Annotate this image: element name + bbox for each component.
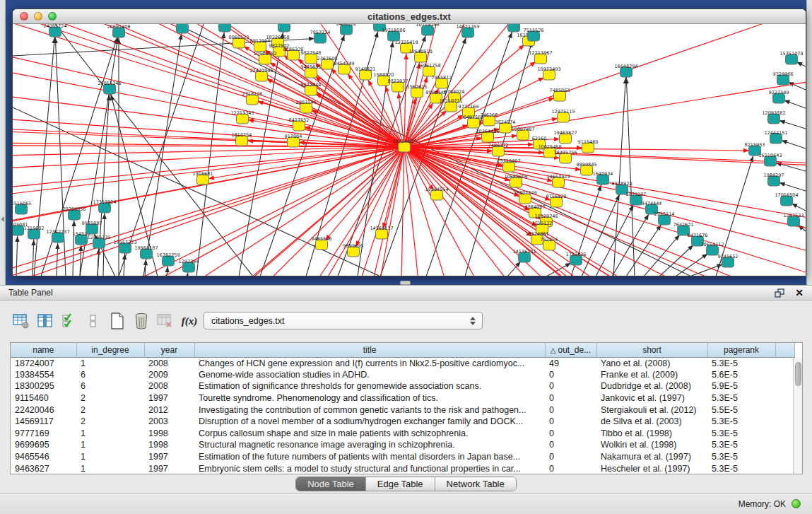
graph-node[interactable]: 17957223: [113, 240, 136, 254]
graph-node-selected[interactable]: 12213343: [230, 110, 254, 124]
cell-pr[interactable]: 5.3E-5: [707, 439, 775, 451]
graph-node-selected[interactable]: 8860123: [229, 35, 249, 49]
graph-node[interactable]: 1315682: [24, 226, 45, 240]
cell-short[interactable]: Stergiakouli et al. (2012): [596, 404, 707, 416]
cell-year[interactable]: 2008: [144, 357, 194, 369]
cell-name[interactable]: 9777169: [11, 428, 76, 440]
graph-node[interactable]: 10719155: [416, 24, 439, 35]
select-all-rows-button[interactable]: [59, 311, 79, 331]
delete-column-trash-button[interactable]: [131, 311, 151, 331]
graph-node-selected[interactable]: 1916681: [193, 171, 213, 185]
graph-node[interactable]: 1292344: [179, 259, 199, 273]
cell-name[interactable]: 18724007: [11, 357, 76, 369]
cell-short[interactable]: de Silva et al. (2003): [596, 416, 707, 428]
graph-node[interactable]: 2087662: [504, 24, 524, 32]
cell-short[interactable]: Jankovic et al. (1997): [596, 392, 707, 404]
column-header-in_degree[interactable]: in_degree: [76, 343, 144, 357]
column-header-title[interactable]: title: [194, 343, 545, 357]
cell-name[interactable]: 9699695: [11, 439, 76, 451]
cell-short[interactable]: Tibbo et al. (1998): [596, 428, 707, 440]
cell-indeg[interactable]: 1: [76, 439, 144, 451]
graph-node-selected[interactable]: 10543382: [253, 51, 276, 65]
cell-pr[interactable]: 5.6E-5: [707, 369, 775, 381]
cell-out[interactable]: 0: [545, 416, 596, 428]
cell-indeg[interactable]: 1: [76, 451, 144, 463]
cell-pr[interactable]: 5.3E-5: [707, 462, 775, 474]
cell-out[interactable]: 0: [545, 392, 596, 404]
graph-node-selected[interactable]: 1562615: [407, 84, 428, 98]
graph-node[interactable]: 17016504: [775, 192, 798, 206]
graph-node[interactable]: 7857224: [310, 30, 331, 44]
graph-node-selected[interactable]: 19384554: [425, 187, 448, 201]
graph-node[interactable]: 14136141: [512, 249, 536, 263]
cell-year[interactable]: 2008: [144, 380, 194, 392]
table-scrollbar[interactable]: [793, 358, 802, 474]
cell-name[interactable]: 9465546: [11, 451, 76, 463]
cell-pr[interactable]: 5.9E-5: [707, 380, 775, 392]
graph-node[interactable]: 16782759: [156, 252, 180, 267]
cell-short[interactable]: Hescheler et al. (1997): [596, 462, 707, 474]
graph-node-selected[interactable]: 8454749: [334, 61, 355, 75]
delete-table-button[interactable]: [155, 311, 175, 331]
table-settings-button[interactable]: [11, 311, 31, 331]
cell-year[interactable]: 1998: [144, 428, 194, 440]
cell-name[interactable]: 9463627: [11, 462, 76, 474]
graph-node[interactable]: 16033809: [272, 24, 295, 32]
float-panel-icon[interactable]: [775, 288, 785, 298]
graph-node[interactable]: 20206556: [62, 206, 86, 221]
graph-node[interactable]: 19958187: [134, 245, 158, 259]
graph-node-selected[interactable]: 752254: [541, 237, 558, 251]
cell-year[interactable]: 1998: [144, 439, 194, 451]
graph-node-selected[interactable]: 18807249: [513, 190, 536, 204]
cell-title[interactable]: Changes of HCN gene expression and I(f) …: [194, 357, 545, 369]
cell-out[interactable]: 0: [545, 462, 596, 474]
deselect-rows-button[interactable]: [83, 311, 103, 331]
cell-out[interactable]: 0: [545, 369, 596, 381]
tab-node-table[interactable]: Node Table: [296, 477, 366, 491]
column-header-short[interactable]: short: [596, 343, 707, 357]
table-row[interactable]: 2242004622012Investigating the contribut…: [11, 404, 794, 416]
cell-year[interactable]: 2012: [144, 404, 194, 416]
function-builder-button[interactable]: f(x): [180, 311, 199, 331]
splitter-handle[interactable]: [400, 281, 411, 285]
cell-indeg[interactable]: 1: [76, 428, 144, 440]
graph-node[interactable]: 1527602: [215, 24, 235, 32]
table-row[interactable]: 977716911998Corpus callosum shape and si…: [11, 428, 794, 440]
graph-node-selected[interactable]: 917004: [285, 134, 302, 148]
table-row[interactable]: 1872400712008Changes of HCN gene express…: [11, 357, 794, 369]
graph-node[interactable]: 2516065: [13, 201, 31, 215]
cell-year[interactable]: 2009: [144, 369, 194, 381]
cell-short[interactable]: Franke et al. (2009): [596, 369, 707, 381]
cell-out[interactable]: 0: [545, 380, 596, 392]
cell-indeg[interactable]: 2: [76, 416, 144, 428]
cell-name[interactable]: 14569117: [11, 416, 76, 428]
cell-out[interactable]: 0: [545, 439, 596, 451]
cell-indeg[interactable]: 6: [76, 369, 144, 381]
tab-network-table[interactable]: Network Table: [435, 477, 516, 491]
panel-collapse-arrow[interactable]: [1, 216, 4, 222]
graph-node[interactable]: 1753426: [566, 252, 587, 266]
cell-pr[interactable]: 5.3E-5: [707, 392, 775, 404]
table-scrollbar-thumb[interactable]: [795, 362, 801, 386]
cell-name[interactable]: 19384554: [11, 369, 76, 381]
cell-name[interactable]: 18300295: [11, 380, 76, 392]
cell-indeg[interactable]: 1: [76, 462, 144, 474]
cell-title[interactable]: Estimation of significance thresholds fo…: [194, 380, 545, 392]
cell-title[interactable]: Structural magnetic resonance image aver…: [194, 439, 545, 451]
graph-node[interactable]: 2935114: [654, 211, 675, 226]
cell-title[interactable]: Disruption of a novel member of a sodium…: [194, 416, 545, 428]
graph-node-selected[interactable]: 18640910: [408, 49, 432, 63]
graph-node-selected[interactable]: 9115460: [578, 139, 599, 153]
table-selector-dropdown[interactable]: citations_edges.txt: [204, 312, 483, 329]
cell-pr[interactable]: 5.5E-5: [707, 404, 775, 416]
cell-year[interactable]: 1997: [144, 451, 194, 463]
close-panel-icon[interactable]: ✕: [795, 288, 804, 298]
cell-out[interactable]: 0: [545, 404, 596, 416]
network-canvas[interactable]: 1810754122133432718126224200468860123891…: [13, 24, 806, 276]
graph-node[interactable]: 6466160: [336, 24, 357, 35]
table-row[interactable]: 1938455462009Genome-wide association stu…: [11, 369, 794, 381]
cell-short[interactable]: Wolkin et al. (1998): [596, 439, 707, 451]
graph-node[interactable]: 1640934: [593, 171, 613, 185]
graph-node-selected[interactable]: 9146821: [355, 66, 376, 81]
cell-year[interactable]: 1997: [144, 392, 194, 404]
